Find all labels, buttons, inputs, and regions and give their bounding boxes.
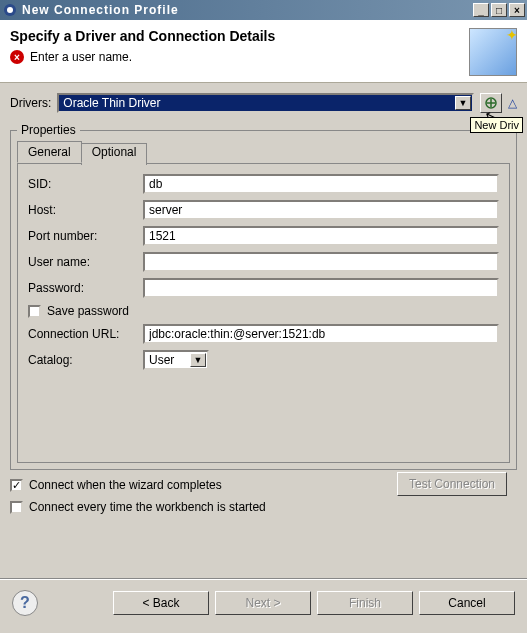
port-label: Port number:	[28, 229, 143, 243]
drivers-select[interactable]: Oracle Thin Driver ▼	[57, 93, 474, 113]
port-input[interactable]	[143, 226, 499, 246]
username-input[interactable]	[143, 252, 499, 272]
separator	[0, 578, 527, 580]
save-password-checkbox[interactable]	[28, 305, 41, 318]
properties-group: Properties General Optional SID: Host: P…	[10, 123, 517, 470]
connect-on-complete-label: Connect when the wizard completes	[29, 478, 222, 492]
new-driver-tooltip: New Driv	[470, 117, 523, 133]
back-button[interactable]: < Back	[113, 591, 209, 615]
close-button[interactable]: ×	[509, 3, 525, 17]
password-input[interactable]	[143, 278, 499, 298]
tab-panel-general: SID: Host: Port number: User name: Passw…	[17, 163, 510, 463]
sid-label: SID:	[28, 177, 143, 191]
username-label: User name:	[28, 255, 143, 269]
window-title: New Connection Profile	[22, 3, 473, 17]
save-password-label: Save password	[47, 304, 129, 318]
minimize-button[interactable]: _	[473, 3, 489, 17]
svg-point-1	[7, 7, 13, 13]
catalog-label: Catalog:	[28, 353, 143, 367]
chevron-down-icon: ▼	[455, 96, 471, 110]
host-label: Host:	[28, 203, 143, 217]
password-label: Password:	[28, 281, 143, 295]
properties-legend: Properties	[17, 123, 80, 137]
error-message: Enter a user name.	[30, 50, 132, 64]
test-connection-button[interactable]: Test Connection	[397, 472, 507, 496]
drivers-selected-value: Oracle Thin Driver	[63, 96, 160, 110]
next-button[interactable]: Next >	[215, 591, 311, 615]
wizard-header: Specify a Driver and Connection Details …	[0, 20, 527, 83]
sid-input[interactable]	[143, 174, 499, 194]
app-icon	[2, 2, 18, 18]
titlebar: New Connection Profile _ □ ×	[0, 0, 527, 20]
help-icon: ?	[20, 594, 30, 612]
warning-icon: △	[508, 96, 517, 110]
chevron-down-icon: ▼	[190, 353, 206, 367]
page-title: Specify a Driver and Connection Details	[10, 28, 469, 44]
cancel-button[interactable]: Cancel	[419, 591, 515, 615]
help-button[interactable]: ?	[12, 590, 38, 616]
catalog-select[interactable]: User ▼	[143, 350, 209, 370]
error-icon: ×	[10, 50, 24, 64]
drivers-label: Drivers:	[10, 96, 51, 110]
connect-on-complete-checkbox[interactable]: ✓	[10, 479, 23, 492]
tab-general[interactable]: General	[17, 141, 82, 163]
finish-button[interactable]: Finish	[317, 591, 413, 615]
maximize-button[interactable]: □	[491, 3, 507, 17]
wizard-banner-icon	[469, 28, 517, 76]
connect-on-startup-checkbox[interactable]	[10, 501, 23, 514]
tab-optional[interactable]: Optional	[81, 143, 148, 165]
host-input[interactable]	[143, 200, 499, 220]
catalog-value: User	[149, 353, 174, 367]
connection-url-label: Connection URL:	[28, 327, 143, 341]
connect-on-startup-label: Connect every time the workbench is star…	[29, 500, 266, 514]
connection-url-input[interactable]	[143, 324, 499, 344]
